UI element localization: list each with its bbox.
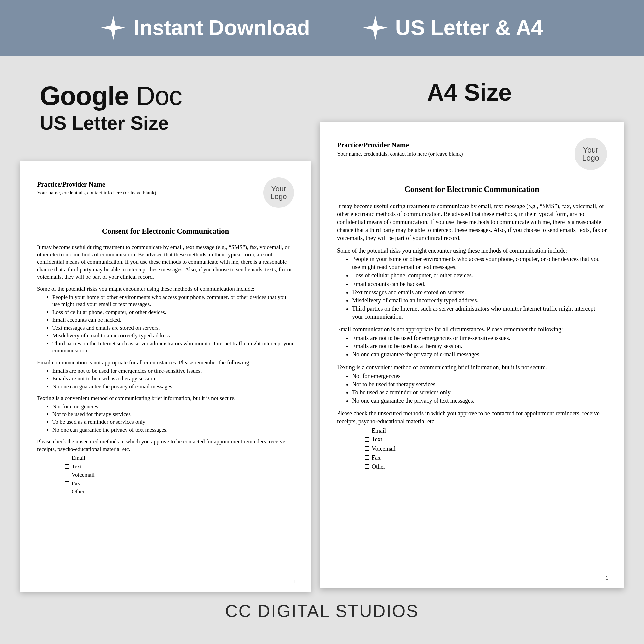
list-item: Text messages and emails are stored on s… bbox=[352, 288, 607, 296]
practice-subtitle: Your name, credentials, contact info her… bbox=[337, 150, 463, 158]
list-item: Third parties on the Internet such as se… bbox=[52, 340, 294, 355]
list-item: Emails are not to be used as a therapy s… bbox=[52, 375, 294, 382]
list-item: Misdelivery of email to an incorrectly t… bbox=[352, 297, 607, 304]
banner-text-sizes: US Letter & A4 bbox=[395, 16, 543, 40]
checkbox-label: Fax bbox=[72, 480, 80, 487]
email-notes-list: Emails are not to be used for emergencie… bbox=[337, 334, 607, 358]
page-number: 1 bbox=[606, 575, 608, 582]
list-item: No one can guarantee the privacy of text… bbox=[352, 397, 607, 405]
document-title: Consent for Electronic Communication bbox=[37, 226, 294, 236]
feature-banner: Instant Download US Letter & A4 bbox=[0, 0, 644, 56]
logo-placeholder: Your Logo bbox=[263, 177, 294, 208]
list-item: Text messages and emails are stored on s… bbox=[52, 324, 294, 332]
checkbox-icon[interactable] bbox=[365, 429, 369, 433]
practice-subtitle: Your name, credentials, contact info her… bbox=[37, 189, 156, 196]
checkbox-icon[interactable] bbox=[65, 456, 69, 460]
list-item: Emails are not to be used for emergencie… bbox=[52, 367, 294, 375]
risks-lead: Some of the potential risks you might en… bbox=[37, 285, 294, 293]
checkbox-icon[interactable] bbox=[65, 473, 69, 477]
banner-item-sizes: US Letter & A4 bbox=[363, 16, 543, 40]
list-item: Misdelivery of email to an incorrectly t… bbox=[52, 332, 294, 339]
checkbox-icon[interactable] bbox=[65, 481, 69, 485]
checkbox-icon[interactable] bbox=[65, 464, 69, 469]
checkbox-icon[interactable] bbox=[65, 490, 69, 494]
document-preview-us-letter: Practice/Provider Name Your name, creden… bbox=[20, 161, 311, 592]
list-item: People in your home or other environment… bbox=[52, 294, 294, 308]
heading-a4: A4 Size bbox=[427, 79, 512, 106]
checkbox-list: Email Text Voicemail Fax Other bbox=[37, 454, 294, 495]
risks-list: People in your home or other environment… bbox=[37, 294, 294, 355]
checkbox-icon[interactable] bbox=[365, 455, 369, 460]
checkbox-label: Other bbox=[372, 463, 385, 471]
sparkle-icon bbox=[363, 16, 388, 40]
approve-lead: Please check the unsecured methods in wh… bbox=[337, 409, 607, 425]
email-notes-list: Emails are not to be used for emergencie… bbox=[37, 367, 294, 390]
text-lead: Texting is a convenient method of commun… bbox=[37, 395, 294, 402]
page-number: 1 bbox=[293, 578, 295, 585]
email-lead: Email communication is not appropriate f… bbox=[337, 325, 607, 333]
checkbox-label: Email bbox=[372, 427, 386, 435]
brand-footer: CC DIGITAL STUDIOS bbox=[0, 601, 644, 621]
list-item: Not to be used for therapy services bbox=[352, 380, 607, 388]
banner-item-download: Instant Download bbox=[101, 16, 310, 40]
practice-name: Practice/Provider Name bbox=[337, 140, 463, 150]
list-item: Not for emergencies bbox=[352, 372, 607, 380]
list-item: Emails are not to be used for emergencie… bbox=[352, 334, 607, 342]
list-item: Not for emergencies bbox=[52, 403, 294, 410]
sparkle-icon bbox=[101, 16, 125, 40]
checkbox-icon[interactable] bbox=[365, 464, 369, 469]
checkbox-label: Voicemail bbox=[372, 445, 396, 453]
logo-placeholder: Your Logo bbox=[575, 138, 607, 170]
checkbox-label: Text bbox=[372, 436, 382, 443]
approve-lead: Please check the unsecured methods in wh… bbox=[37, 438, 294, 453]
risks-lead: Some of the potential risks you might en… bbox=[337, 247, 607, 254]
banner-text-download: Instant Download bbox=[133, 16, 310, 40]
checkbox-label: Email bbox=[72, 454, 85, 462]
list-item: No one can guarantee the privacy of e-ma… bbox=[52, 383, 294, 390]
list-item: Loss of cellular phone, computer, or oth… bbox=[52, 309, 294, 316]
heading-google-bold: Google bbox=[40, 81, 129, 111]
intro-paragraph: It may become useful during treatment to… bbox=[337, 202, 607, 242]
text-lead: Texting is a convenient method of commun… bbox=[337, 363, 607, 371]
document-title: Consent for Electronic Communication bbox=[337, 184, 607, 195]
checkbox-label: Voicemail bbox=[72, 471, 95, 479]
practice-name: Practice/Provider Name bbox=[37, 180, 156, 189]
list-item: To be used as a reminder or services onl… bbox=[352, 389, 607, 396]
list-item: No one can guarantee the privacy of e-ma… bbox=[352, 350, 607, 358]
list-item: No one can guarantee the privacy of text… bbox=[52, 426, 294, 434]
document-preview-a4: Practice/Provider Name Your name, creden… bbox=[320, 122, 624, 588]
list-item: Third parties on the Internet such as se… bbox=[352, 305, 607, 321]
text-notes-list: Not for emergencies Not to be used for t… bbox=[37, 403, 294, 434]
list-item: Emails are not to be used as a therapy s… bbox=[352, 342, 607, 350]
list-item: Email accounts can be hacked. bbox=[52, 316, 294, 324]
email-lead: Email communication is not appropriate f… bbox=[37, 359, 294, 366]
risks-list: People in your home or other environment… bbox=[337, 255, 607, 321]
list-item: Not to be used for therapy services bbox=[52, 411, 294, 418]
checkbox-label: Fax bbox=[372, 454, 381, 462]
checkbox-icon[interactable] bbox=[365, 446, 369, 451]
list-item: People in your home or other environment… bbox=[352, 255, 607, 271]
text-notes-list: Not for emergencies Not to be used for t… bbox=[337, 372, 607, 405]
checkbox-list: Email Text Voicemail Fax Other bbox=[337, 427, 607, 471]
checkbox-label: Other bbox=[72, 488, 85, 495]
checkbox-label: Text bbox=[72, 463, 82, 470]
heading-google-light: Doc bbox=[129, 81, 182, 111]
checkbox-icon[interactable] bbox=[365, 437, 369, 442]
intro-paragraph: It may become useful during treatment to… bbox=[37, 244, 294, 281]
heading-us-letter: US Letter Size bbox=[40, 112, 182, 134]
list-item: To be used as a reminder or services onl… bbox=[52, 418, 294, 426]
heading-google-doc: Google Doc US Letter Size bbox=[40, 81, 182, 134]
list-item: Loss of cellular phone, computer, or oth… bbox=[352, 271, 607, 279]
list-item: Email accounts can be hacked. bbox=[352, 280, 607, 288]
